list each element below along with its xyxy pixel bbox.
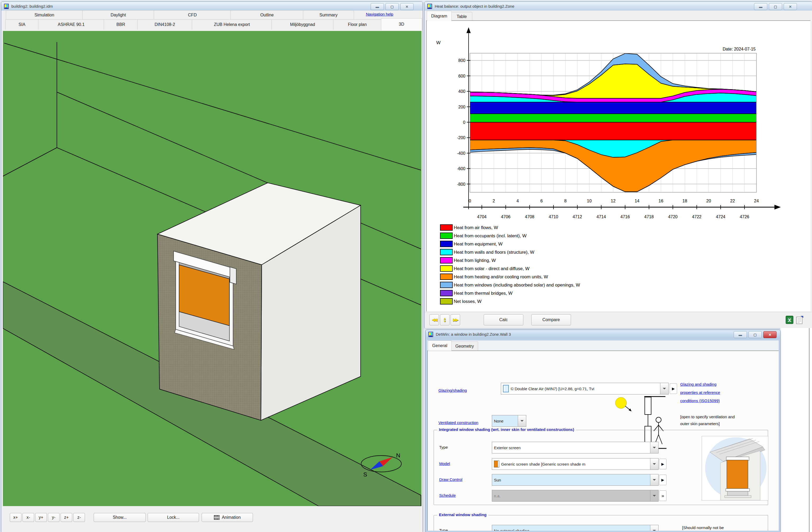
dropdown-arrow-icon[interactable] [650,442,658,453]
tab-outline[interactable]: Outline [230,10,303,19]
view-y-minus-button[interactable]: y- [48,513,59,522]
maximize-button[interactable]: ▢ [386,3,399,10]
ventilated-combo[interactable]: None [492,415,526,427]
svg-text:Net losses, W: Net losses, W [454,299,481,304]
dropdown-arrow-icon[interactable] [660,383,668,394]
dropdown-arrow-icon[interactable] [650,474,658,485]
window-title: DetWin: a window in building2.Zone.Wall … [436,332,511,337]
svg-text:Date: 2024-07-15: Date: 2024-07-15 [723,47,756,51]
glazing-open-button[interactable]: ▶ [670,383,677,394]
schedule-link[interactable]: Schedule [439,493,456,498]
compass-north-label: N [396,452,400,459]
ventilated-construction-link[interactable]: Ventilated construction [438,420,478,425]
svg-text:X: X [788,318,791,323]
iso-link-line1[interactable]: Glazing and shading [680,380,720,388]
iso-link-line2[interactable]: properties at reference [680,388,720,397]
dropdown-arrow-icon[interactable] [650,525,658,531]
tab-din[interactable]: DIN4108-2 [137,19,192,30]
compare-button-label: Compare [542,317,560,322]
svg-text:16: 16 [658,199,663,203]
maximize-button[interactable]: ▢ [769,3,782,10]
building2-titlebar[interactable]: building2: building2.idm [1,2,422,11]
updown-arrow-button[interactable]: ▲▼ [440,314,450,325]
minimize-button[interactable]: ▬ [734,331,747,338]
view-z-plus-button[interactable]: z+ [61,513,72,522]
ventilated-note: [open to specify ventilation and outer s… [680,413,735,427]
heat-balance-chart: W-800-600-400-20002004006008000246810121… [426,20,809,310]
view-button-label: z+ [64,515,69,520]
show-button[interactable]: Show... [94,513,146,522]
report-icon[interactable] [795,315,804,325]
tab-ashrae[interactable]: ASHRAE 90.1 [38,19,104,30]
tab-3d[interactable]: 3D [381,18,422,30]
compare-button[interactable]: Compare [531,314,571,325]
svg-text:4714: 4714 [597,215,606,219]
tab-miljobyggnad[interactable]: Miljöbyggnad [272,19,334,30]
tab-label: SIA [18,22,25,27]
schedule-open-button[interactable]: » [659,490,666,501]
view-z-minus-button[interactable]: z- [73,513,85,522]
calc-button[interactable]: Calc [484,314,523,325]
prev-arrow-button[interactable]: ◀◀ [430,314,439,325]
close-button[interactable]: ✕ [784,3,797,10]
show-button-label: Show... [113,515,127,520]
viewport-3d[interactable]: N S [3,31,421,506]
model-open-button[interactable]: ▶ [659,459,666,469]
svg-text:22: 22 [730,199,735,203]
type-combo[interactable]: Exterior screen [492,442,658,454]
svg-text:Heat from heating and/or cooli: Heat from heating and/or cooling room un… [454,274,548,279]
view-x-plus-button[interactable]: x+ [10,513,21,522]
type-value: Exterior screen [494,445,521,450]
external-type-combo[interactable]: No external shading [492,525,658,531]
calc-button-label: Calc [499,317,508,322]
model-combo[interactable]: Generic screen shade [Generic screen sha… [492,458,658,470]
minimize-button[interactable]: ▬ [371,3,384,10]
tab-cfd[interactable]: CFD [154,10,231,19]
excel-export-icon[interactable]: X [785,315,794,325]
tab-table[interactable]: Table [451,12,472,21]
tab-daylight[interactable]: Daylight [82,10,154,19]
lock-button[interactable]: Lock... [148,513,199,522]
view-y-plus-button[interactable]: y+ [35,513,47,522]
tab-bbr[interactable]: BBR [104,19,138,30]
iso-link-line3[interactable]: conditions (ISO15099) [680,397,720,405]
tab-zub[interactable]: ZUB Helena export [192,19,272,30]
tab-label: ASHRAE 90.1 [58,22,84,27]
svg-text:Heat from occupants (incl. lat: Heat from occupants (incl. latent), W [454,233,526,238]
dropdown-arrow-icon[interactable] [518,415,526,426]
view-x-minus-button[interactable]: x- [23,513,34,522]
svg-text:4710: 4710 [549,215,558,219]
draw-control-open-button[interactable]: ▶ [659,475,666,485]
tab-sia[interactable]: SIA [5,19,39,30]
tab-diagram[interactable]: Diagram [427,11,452,21]
compass-south-label: S [363,471,367,478]
dropdown-arrow-icon[interactable] [650,458,658,470]
tab-summary[interactable]: Summary [303,10,354,19]
tab-geometry[interactable]: Geometry [451,341,478,351]
tab-simulation[interactable]: Simulation [6,10,83,19]
svg-text:4720: 4720 [668,215,678,219]
tab-general[interactable]: General [428,340,452,351]
person-figure [656,417,661,423]
navigation-help-link[interactable]: Navigation help [366,12,393,16]
tab-label: Simulation [34,13,54,17]
tab-label: BBR [116,22,125,27]
svg-text:200: 200 [458,105,465,109]
glazing-shading-link[interactable]: Glazing/shading [438,388,467,393]
glazing-combo[interactable]: © Double Clear Air (WIN7) [U=2.86, g=0.7… [501,383,669,395]
close-button[interactable]: ✕ [400,3,414,10]
model-link[interactable]: Model [439,461,450,466]
detwin-titlebar[interactable]: DetWin: a window in building2.Zone.Wall … [426,330,780,339]
animation-button[interactable]: Animation [202,513,253,522]
tab-floor-plan[interactable]: Floor plan [333,19,381,30]
svg-text:4: 4 [517,199,519,203]
draw-control-combo[interactable]: Sun [492,474,658,486]
svg-text:6: 6 [540,199,543,203]
svg-text:400: 400 [458,89,465,94]
minimize-button[interactable]: ▬ [754,3,767,10]
close-button[interactable]: ✕ [763,331,777,338]
next-arrow-button[interactable]: ▶▶ [451,314,460,325]
maximize-button[interactable]: ▢ [749,331,762,338]
svg-text:Heat from lighting, W: Heat from lighting, W [454,258,496,263]
draw-control-link[interactable]: Draw Control [439,477,463,482]
